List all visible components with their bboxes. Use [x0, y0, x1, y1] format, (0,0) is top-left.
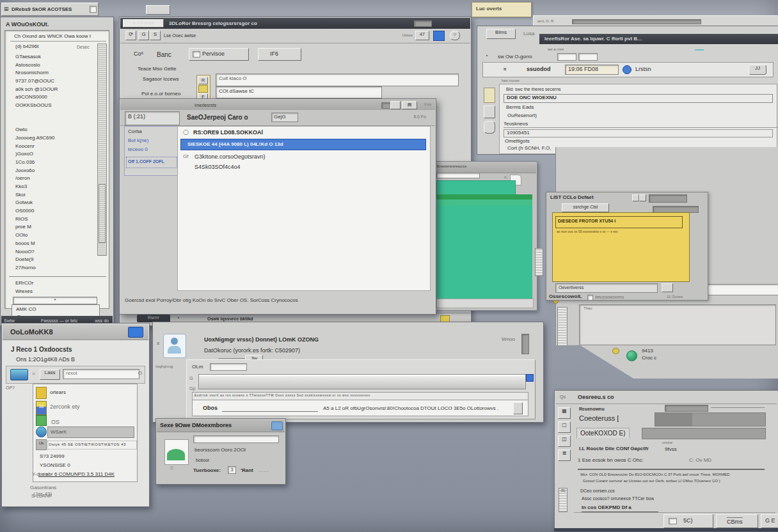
editor-tab[interactable]: a. Oil ausa [123, 19, 164, 27]
sidebar-item-selected[interactable]: Off 1.COFF 2OFL [126, 157, 177, 168]
window-controls-fragment[interactable] [146, 5, 170, 15]
rail-list-icon[interactable]: ≣ [558, 450, 571, 461]
toolbar-47-button[interactable]: 47 [415, 31, 429, 40]
list-item[interactable]: ERrCOr [15, 280, 92, 286]
row-box-1[interactable] [557, 53, 576, 61]
sidebar-item[interactable]: teceoo 0 [128, 146, 148, 153]
list-item[interactable]: booos M [15, 240, 96, 249]
list-item[interactable]: OS0000 [15, 208, 96, 216]
list-item[interactable]: AMK CO [16, 306, 93, 313]
list-item[interactable]: /oeron [15, 175, 96, 184]
refresh-icon[interactable]: ⟳ [125, 31, 136, 40]
bl-titlebar[interactable]: OoLoMoKK8 [3, 324, 148, 340]
yellow-row1[interactable]: Oevertiverss [555, 283, 658, 293]
list-item[interactable] [15, 111, 96, 119]
ok-button[interactable]: 5C) [663, 514, 713, 528]
header-box[interactable]: GejG [271, 113, 298, 122]
sd-corner-icon[interactable] [271, 421, 283, 430]
list-item[interactable]: Wrexes [15, 288, 92, 295]
margin-icon-3[interactable] [484, 121, 495, 134]
list-item[interactable]: OS [51, 419, 60, 426]
sd-titlebar[interactable]: Sexe 9Owe DMoexmbores [157, 419, 285, 432]
list-item[interactable]: Jooxo6o [15, 168, 96, 176]
sd-count-box[interactable]: 3 [228, 466, 236, 474]
list-item[interactable]: Nrosomichorm [15, 70, 96, 78]
list-item-selected[interactable]: WSarK [47, 426, 134, 438]
rail-film-icon[interactable]: ◫ [558, 435, 571, 447]
s-tool-icon[interactable]: S [150, 31, 161, 40]
rail-grip[interactable]: (5) [559, 488, 568, 512]
list-item[interactable]: Berms Eads [506, 104, 534, 111]
list-item[interactable]: RIOS [15, 216, 96, 224]
bc-big-bar[interactable] [198, 374, 526, 389]
list-item-boxed[interactable]: 10905451 [504, 129, 773, 137]
checkbox-icon[interactable] [587, 295, 593, 301]
list-item[interactable]: 9737.07@OOUC [15, 78, 96, 86]
list-item[interactable]: Skoi [15, 192, 96, 200]
list-item[interactable]: OOKKSbOOUS [15, 102, 96, 111]
green-titlebar[interactable]: Ersetersrsrsscrcs [434, 162, 536, 173]
o-tool-icon[interactable]: ○ [450, 31, 460, 40]
list-item[interactable]: Owto [15, 127, 96, 135]
sidebar-item[interactable]: Corba [128, 129, 142, 135]
left-scrollbar-thumb[interactable] [99, 184, 106, 243]
list-item[interactable]: Lu abr 6 COMUNPD 3.5 311 D4K [38, 471, 115, 478]
list-item[interactable]: Astoscoslo [15, 62, 96, 70]
panel-tab[interactable]: Thau [584, 306, 592, 311]
bc-blue-icon[interactable] [526, 374, 534, 382]
rail-box-icon[interactable]: ▢ [558, 421, 571, 433]
minimize-button[interactable] [390, 101, 401, 109]
tab2-label[interactable]: has mover [502, 79, 520, 84]
list-item[interactable]: a9CONS0000 [15, 94, 96, 102]
header-left-cell[interactable]: B (:21) [125, 111, 180, 125]
lass-button[interactable]: Lass [40, 369, 60, 380]
content-row-1[interactable]: RS:ORE9 LD08.SOKKOAl [193, 129, 263, 137]
spinner[interactable] [513, 402, 523, 414]
list-item[interactable]: OOto [15, 232, 96, 240]
field-2[interactable]: COf.dSawse tC [216, 86, 382, 98]
margin-icon-2[interactable] [484, 106, 495, 118]
time-value[interactable]: 19:06 FD08 [565, 65, 619, 75]
panel-grip[interactable] [557, 307, 568, 347]
cutoff-button[interactable]: G E [761, 514, 778, 528]
row-box-2[interactable] [578, 53, 598, 61]
list-item[interactable]: Cort (h SCNH, F.O, [507, 145, 551, 152]
list-item[interactable]: Koocenr [15, 143, 96, 152]
yellow-tab-chip[interactable]: ssrchge Clst [562, 203, 609, 212]
list-item[interactable]: Doete(9 [15, 256, 96, 265]
br-line3[interactable]: In cos OEKPMD Df a [582, 505, 658, 512]
list-item[interactable] [15, 119, 96, 127]
editor-titlebar[interactable]: a. Oil ausa 3DLoRor Bressrg celogssrsrsg… [120, 18, 470, 29]
bl-blue-button[interactable] [128, 327, 143, 338]
stepper-down[interactable] [639, 194, 646, 201]
list-item[interactable]: 27/horno [15, 265, 96, 273]
teal-app-icon[interactable] [10, 369, 28, 380]
content-row-3[interactable]: G3kItone.corsoOegotsravn) [194, 153, 266, 161]
stepper-up[interactable] [632, 194, 639, 201]
list-item[interactable]: YSONSISE 0 [40, 462, 70, 469]
list-item[interactable]: Kko3 [15, 184, 96, 192]
green-scroll-grip[interactable] [535, 248, 543, 276]
yellow-box-title[interactable]: DIESEOE FROTOR XTU54 I [555, 216, 683, 228]
list-item[interactable]: S?3 24999 [40, 453, 65, 460]
content-row-4[interactable]: S4Sk03SOf4c4o4 [194, 164, 241, 171]
list-item[interactable]: NoooO? [15, 249, 96, 257]
blue-tool-icon[interactable] [433, 31, 445, 41]
bl-search-field[interactable]: rexot [63, 369, 139, 379]
list-item[interactable]: )GoxoO [15, 151, 96, 159]
list-item-boxed[interactable]: DOE ONC WIOEXNU [504, 94, 773, 103]
list-item[interactable]: a0k sch @1OOUR [15, 86, 96, 95]
dialog-titlebar[interactable]: Imedesrsts ▤ il co [120, 100, 435, 111]
left-col-desc[interactable]: Desec [77, 44, 99, 50]
left-col-name[interactable]: (d) b4296t [15, 43, 73, 50]
olm-field[interactable] [210, 363, 247, 371]
g-tool-icon[interactable]: G [138, 31, 149, 40]
blms-chip[interactable]: Blms [486, 29, 516, 39]
content-row-selected[interactable]: SIESKOE 44 [44A 9080 L) 04L!Kd O 13d [180, 139, 426, 150]
sidebar-item[interactable]: Bot k(ne) [128, 137, 148, 144]
rail-grid-icon[interactable]: ▦ [558, 407, 571, 419]
list-item[interactable]: ortears [50, 389, 66, 396]
maximize-button[interactable]: ▤ [402, 101, 417, 109]
list-item[interactable]: Teoskneos [504, 121, 778, 128]
margin-icon-1[interactable] [484, 88, 495, 103]
